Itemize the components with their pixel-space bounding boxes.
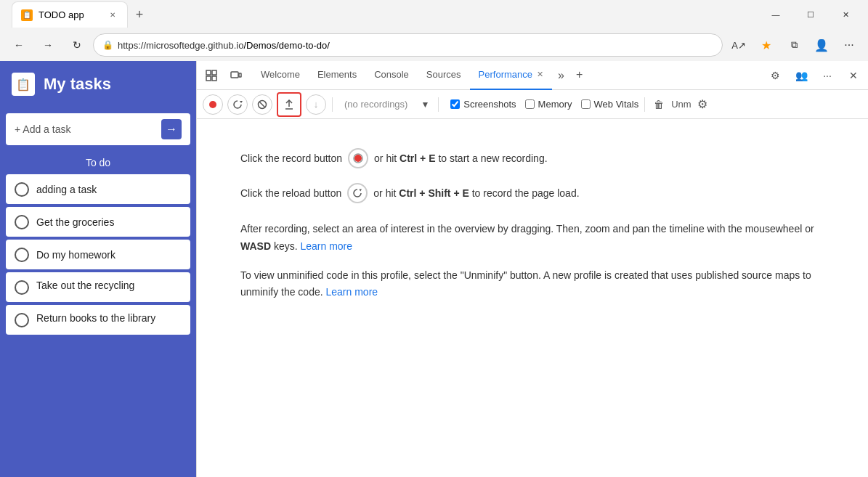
unminify-instructions: To view unminified code in this profile,… <box>240 267 824 302</box>
new-tab-button[interactable]: + <box>128 3 151 26</box>
devtools-settings-button[interactable]: ⚙ <box>763 64 787 87</box>
web-vitals-checkbox-label[interactable]: Web Vitals <box>581 99 639 110</box>
toolbar-checkboxes: Screenshots Memory Web Vitals <box>450 99 638 110</box>
tab-sources[interactable]: Sources <box>418 61 470 90</box>
screenshots-checkbox-label[interactable]: Screenshots <box>450 99 516 110</box>
tab-performance[interactable]: Performance ✕ <box>470 61 552 90</box>
app-title: My tasks <box>44 75 111 94</box>
collections-button[interactable]: ⧉ <box>781 33 807 57</box>
tab-console[interactable]: Console <box>365 61 418 90</box>
tab-close-button[interactable]: ✕ <box>107 9 118 21</box>
recordings-dropdown[interactable]: ▼ <box>418 99 432 110</box>
unminify-label[interactable]: Unm <box>671 99 691 110</box>
memory-checkbox[interactable] <box>525 99 535 109</box>
task-checkbox-3[interactable] <box>15 248 29 262</box>
tab-performance-close[interactable]: ✕ <box>537 70 543 79</box>
app-favicon: 📋 <box>16 78 31 91</box>
record-button[interactable] <box>203 94 223 115</box>
inspect-icon <box>206 70 217 81</box>
memory-checkbox-label[interactable]: Memory <box>525 99 572 110</box>
profile-button[interactable]: 👤 <box>808 33 835 57</box>
tab-welcome[interactable]: Welcome <box>252 61 309 90</box>
drag-suffix: keys. <box>271 240 298 252</box>
svg-rect-0 <box>206 70 211 75</box>
no-recordings-label: (no recordings) <box>338 99 413 110</box>
record-icon <box>208 99 218 110</box>
devtools-close-button[interactable]: ✕ <box>842 64 865 87</box>
clear-icon <box>257 99 267 110</box>
wasd-label: WASD <box>240 240 271 252</box>
url-bar[interactable]: 🔒 https://microsoftedge.github.io/Demos/… <box>93 33 723 57</box>
web-vitals-checkbox[interactable] <box>581 99 591 109</box>
lock-icon: 🔒 <box>102 40 113 50</box>
task-item-4[interactable]: Take out the recycling <box>6 272 190 302</box>
section-label: To do <box>6 157 190 168</box>
task-list: adding a task Get the groceries Do my ho… <box>6 174 190 335</box>
task-checkbox-5[interactable] <box>15 313 29 327</box>
devtools-right-actions: ⚙ 👥 ··· ✕ <box>763 64 865 87</box>
more-button[interactable]: ··· <box>836 33 862 57</box>
webpage-panel: 📋 My tasks + Add a task → To do adding a… <box>0 61 196 477</box>
devtools-more-button[interactable]: ··· <box>816 64 839 87</box>
add-tab-button[interactable]: + <box>570 61 588 90</box>
devtools-tabs: Welcome Elements Console Sources Perform… <box>252 61 762 90</box>
svg-point-12 <box>354 155 362 162</box>
device-icon <box>230 70 242 81</box>
inspect-element-button[interactable] <box>200 64 223 87</box>
toolbar-separator-2 <box>438 97 439 112</box>
minimize-button[interactable]: — <box>759 3 792 26</box>
app-icon: 📋 <box>12 73 35 96</box>
record-instruction-text: Click the record button <box>240 150 342 166</box>
tab-bar: 📋 TODO app ✕ + <box>6 0 759 29</box>
maximize-button[interactable]: ☐ <box>794 3 827 26</box>
web-vitals-label: Web Vitals <box>594 99 639 110</box>
address-actions: A↗ ★ ⧉ 👤 ··· <box>726 33 862 57</box>
read-aloud-button[interactable]: A↗ <box>726 33 752 57</box>
devtools-customize-button[interactable]: 👥 <box>790 64 813 87</box>
tab-elements[interactable]: Elements <box>309 61 365 90</box>
forward-button[interactable]: → <box>35 33 61 57</box>
download-button[interactable]: ↓ <box>306 94 326 115</box>
title-bar: 📋 TODO app ✕ + — ☐ ✕ <box>0 0 868 29</box>
task-item-2[interactable]: Get the groceries <box>6 207 190 237</box>
browser-tab-active[interactable]: 📋 TODO app ✕ <box>12 1 128 28</box>
task-item-5[interactable]: Return books to the library <box>6 305 190 335</box>
task-checkbox-4[interactable] <box>15 280 29 295</box>
device-emulation-button[interactable] <box>224 64 248 87</box>
clear-button[interactable] <box>252 94 272 115</box>
record-instruction: Click the record button or hit Ctrl + E … <box>240 148 824 168</box>
task-label-2: Get the groceries <box>36 216 114 228</box>
back-button[interactable]: ← <box>6 33 32 57</box>
drag-text: After recording, select an area of inter… <box>240 223 814 235</box>
task-checkbox-2[interactable] <box>15 215 29 229</box>
main-content: 📋 My tasks + Add a task → To do adding a… <box>0 61 868 477</box>
learn-more-link-1[interactable]: Learn more <box>300 240 352 252</box>
reload-shortcut-text: or hit Ctrl + Shift + E to record the pa… <box>373 185 579 201</box>
svg-rect-3 <box>212 76 216 81</box>
perf-settings-button[interactable]: ⚙ <box>697 97 707 111</box>
more-tabs-button[interactable]: » <box>552 69 570 82</box>
reload-instruction: Click the reload button or hit Ctrl + Sh… <box>240 183 824 203</box>
task-item-1[interactable]: adding a task <box>6 174 190 204</box>
url-prefix: https://microsoftedge.github.io <box>118 40 243 51</box>
close-button[interactable]: ✕ <box>829 3 862 26</box>
favorites-button[interactable]: ★ <box>753 33 779 57</box>
performance-content: Click the record button or hit Ctrl + E … <box>197 119 868 477</box>
add-task-label: + Add a task <box>15 123 161 135</box>
learn-more-link-2[interactable]: Learn more <box>326 286 378 298</box>
add-task-bar[interactable]: + Add a task → <box>6 113 190 145</box>
url-path: /Demos/demo-to-do/ <box>243 40 330 51</box>
screenshots-checkbox[interactable] <box>450 99 460 109</box>
task-item-3[interactable]: Do my homework <box>6 240 190 269</box>
refresh-button[interactable]: ↻ <box>64 33 90 57</box>
svg-rect-2 <box>206 76 211 81</box>
task-checkbox-1[interactable] <box>15 182 29 197</box>
add-task-button[interactable]: → <box>161 119 182 139</box>
browser-window: 📋 TODO app ✕ + — ☐ ✕ ← → ↻ 🔒 https://mic… <box>0 0 868 477</box>
reload-record-button[interactable] <box>227 94 248 115</box>
devtools-panel: Welcome Elements Console Sources Perform… <box>196 61 868 477</box>
upload-button[interactable] <box>279 94 299 115</box>
record-icon-inline <box>348 148 368 168</box>
trash-button[interactable]: 🗑 <box>654 99 664 110</box>
task-label-5: Return books to the library <box>36 312 155 324</box>
